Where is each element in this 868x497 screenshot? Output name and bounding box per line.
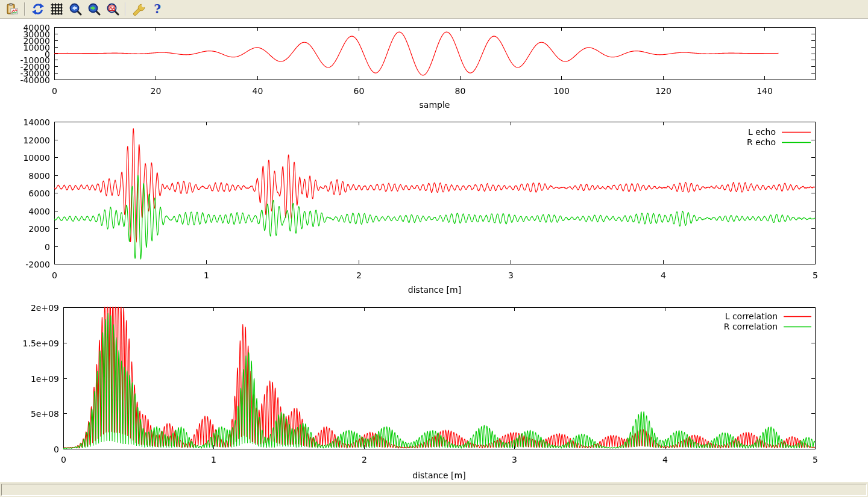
zoom-next-icon: [87, 2, 101, 16]
status-bar: [0, 482, 868, 497]
zoom-previous-icon: [69, 2, 82, 16]
clipboard-chart-icon: [5, 2, 19, 16]
grid-icon: [50, 2, 63, 16]
toolbar: ?: [0, 0, 868, 19]
echo-plot: [0, 112, 868, 299]
wrench-icon: [132, 2, 145, 16]
zoom-next-button[interactable]: [86, 1, 102, 17]
help-button[interactable]: ?: [149, 1, 165, 17]
toolbar-separator: [125, 2, 126, 16]
plot-area: [0, 19, 868, 482]
status-bar-panel: [1, 484, 867, 496]
svg-text:?: ?: [154, 2, 161, 16]
copy-to-clipboard-button[interactable]: [4, 1, 20, 17]
configure-button[interactable]: [130, 1, 146, 17]
refresh-icon: [31, 2, 45, 16]
excitation-plot: [0, 19, 868, 112]
toolbar-separator: [24, 2, 25, 16]
zoom-previous-button[interactable]: [67, 1, 83, 17]
help-icon: ?: [151, 2, 164, 16]
correlation-plot: [0, 299, 868, 482]
autoscale-icon: [106, 2, 119, 16]
refresh-button[interactable]: [30, 1, 46, 17]
grid-toggle-button[interactable]: [48, 1, 64, 17]
autoscale-button[interactable]: [104, 1, 121, 17]
